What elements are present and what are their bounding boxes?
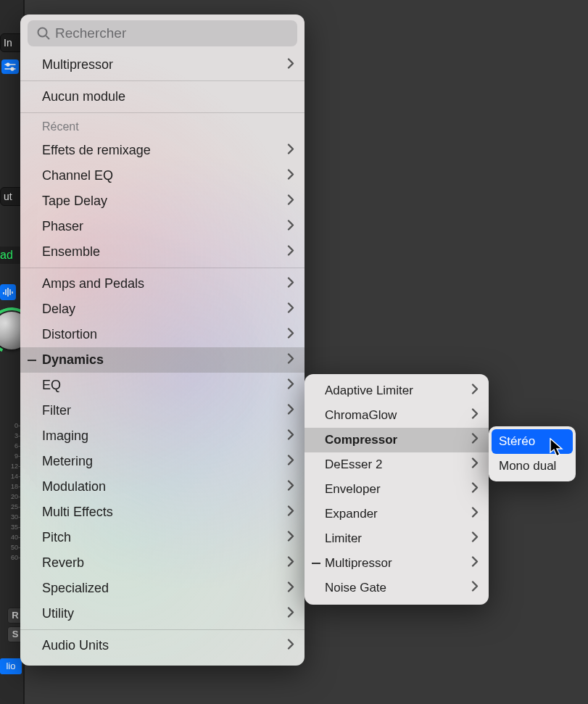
menu-item-label: Imaging xyxy=(42,428,88,444)
menu-item-multipressor[interactable]: Multipressor xyxy=(20,52,305,78)
menu-item-label: Noise Gate xyxy=(325,581,386,595)
submenu-item-chromaglow[interactable]: ChromaGlow xyxy=(305,403,489,428)
menu-separator xyxy=(20,112,305,113)
menu-item-audio-units[interactable]: Audio Units xyxy=(20,633,305,658)
meter-tick: 60- xyxy=(0,552,20,563)
menu-item-label: Enveloper xyxy=(325,482,381,497)
svg-point-3 xyxy=(11,67,14,70)
chevron-right-icon xyxy=(287,352,294,368)
menu-separator xyxy=(20,80,305,81)
read-mode-label[interactable]: ad xyxy=(0,247,20,264)
chevron-right-icon xyxy=(287,276,294,291)
meter-tick: 0- xyxy=(0,421,20,431)
menu-item-label: Metering xyxy=(42,454,93,469)
menu-item-imaging[interactable]: Imaging xyxy=(20,423,305,449)
meter-tick: 25- xyxy=(0,502,20,512)
menu-item-reverb[interactable]: Reverb xyxy=(20,550,305,576)
menu-item-metering[interactable]: Metering xyxy=(20,449,305,474)
menu-item-label: DeEsser 2 xyxy=(325,457,382,472)
menu-item-label: EQ xyxy=(42,378,61,393)
active-indicator xyxy=(28,360,36,361)
chevron-right-icon xyxy=(287,244,294,260)
submenu2-item-st-r-o[interactable]: Stéréo xyxy=(492,429,573,454)
menu-item-phaser[interactable]: Phaser xyxy=(20,214,305,239)
submenu-dynamics[interactable]: Adaptive LimiterChromaGlowCompressorDeEs… xyxy=(305,374,489,605)
meter-scale: 0-3-6-9-12-14-18-20-25-30-35-40-50-60- xyxy=(0,421,22,563)
meter-tick: 6- xyxy=(0,441,20,451)
menu-item-specialized[interactable]: Specialized xyxy=(20,576,305,601)
submenu-compressor[interactable]: StéréoMono dual xyxy=(489,426,576,481)
meter-tick: 20- xyxy=(0,492,20,502)
menu-item-distortion[interactable]: Distortion xyxy=(20,322,305,347)
meter-tick: 18- xyxy=(0,481,20,492)
chevron-right-icon xyxy=(287,606,294,621)
menu-item-label: Reverb xyxy=(42,555,84,571)
eq-slot-icon[interactable] xyxy=(1,59,19,74)
meter-tick: 35- xyxy=(0,522,20,532)
submenu-item-limiter[interactable]: Limiter xyxy=(305,526,489,551)
menu-item-label: Tape Delay xyxy=(42,194,107,209)
menu-item-tape-delay[interactable]: Tape Delay xyxy=(20,189,305,214)
chevron-right-icon xyxy=(287,428,294,444)
chevron-right-icon xyxy=(287,143,294,158)
meter-tick: 12- xyxy=(0,461,20,471)
menu-item-none[interactable]: Aucun module xyxy=(20,84,305,109)
submenu-item-noise-gate[interactable]: Noise Gate xyxy=(305,576,489,600)
meter-tick: 30- xyxy=(0,512,20,522)
menu-item-delay[interactable]: Delay xyxy=(20,297,305,322)
plugin-menu[interactable]: Multipressor Aucun module Récent Effets … xyxy=(20,15,305,666)
menu-item-label: Audio Units xyxy=(42,638,109,653)
menu-item-ensemble[interactable]: Ensemble xyxy=(20,239,305,265)
menu-item-filter[interactable]: Filter xyxy=(20,398,305,423)
menu-item-label: Aucun module xyxy=(42,89,125,104)
menu-item-channel-eq[interactable]: Channel EQ xyxy=(20,163,305,189)
menu-item-label: Ensemble xyxy=(42,244,100,260)
menu-item-label: Pitch xyxy=(42,530,71,545)
menu-item-label: Utility xyxy=(42,606,74,621)
chevron-right-icon xyxy=(287,57,294,73)
menu-item-multi-effects[interactable]: Multi Effects xyxy=(20,500,305,525)
menu-item-effets-de-remixage[interactable]: Effets de remixage xyxy=(20,138,305,163)
chevron-right-icon xyxy=(287,403,294,418)
chevron-right-icon xyxy=(471,384,479,399)
menu-item-label: Effets de remixage xyxy=(42,143,151,158)
menu-item-label: Specialized xyxy=(42,581,109,596)
meter-tick: 3- xyxy=(0,431,20,441)
search-input[interactable] xyxy=(28,20,297,46)
chevron-right-icon xyxy=(287,302,294,317)
meter-tick: 50- xyxy=(0,542,20,552)
menu-item-label: Expander xyxy=(325,507,378,521)
chevron-right-icon xyxy=(287,505,294,520)
chevron-right-icon xyxy=(471,482,479,497)
menu-item-modulation[interactable]: Modulation xyxy=(20,474,305,500)
chevron-right-icon xyxy=(287,555,294,571)
menu-item-label: Multi Effects xyxy=(42,505,113,520)
active-indicator xyxy=(312,563,320,564)
menu-item-dynamics[interactable]: Dynamics xyxy=(20,347,305,373)
submenu-item-adaptive-limiter[interactable]: Adaptive Limiter xyxy=(305,378,489,403)
menu-item-pitch[interactable]: Pitch xyxy=(20,525,305,550)
submenu-item-deesser-2[interactable]: DeEsser 2 xyxy=(305,452,489,477)
chevron-right-icon xyxy=(287,219,294,234)
submenu-item-enveloper[interactable]: Enveloper xyxy=(305,477,489,502)
menu-item-label: Modulation xyxy=(42,479,106,494)
chevron-right-icon xyxy=(471,507,479,522)
menu-item-label: Filter xyxy=(42,403,71,418)
menu-item-eq[interactable]: EQ xyxy=(20,373,305,398)
chevron-right-icon xyxy=(287,168,294,183)
menu-item-label: Delay xyxy=(42,302,75,317)
submenu-item-expander[interactable]: Expander xyxy=(305,502,489,526)
io-label[interactable]: lio xyxy=(0,658,22,674)
chevron-right-icon xyxy=(287,638,294,653)
menu-header-recent: Récent xyxy=(20,116,305,138)
menu-item-utility[interactable]: Utility xyxy=(20,601,305,626)
menu-item-label: Multipressor xyxy=(42,57,113,73)
submenu-item-compressor[interactable]: Compressor xyxy=(305,428,489,452)
chevron-right-icon xyxy=(287,479,294,494)
track-icon[interactable] xyxy=(0,284,16,300)
submenu-item-multipressor[interactable]: Multipressor xyxy=(305,551,489,576)
svg-point-9 xyxy=(38,28,47,37)
menu-item-amps-and-pedals[interactable]: Amps and Pedals xyxy=(20,271,305,297)
submenu2-item-mono-dual[interactable]: Mono dual xyxy=(489,454,576,479)
chevron-right-icon xyxy=(287,530,294,545)
